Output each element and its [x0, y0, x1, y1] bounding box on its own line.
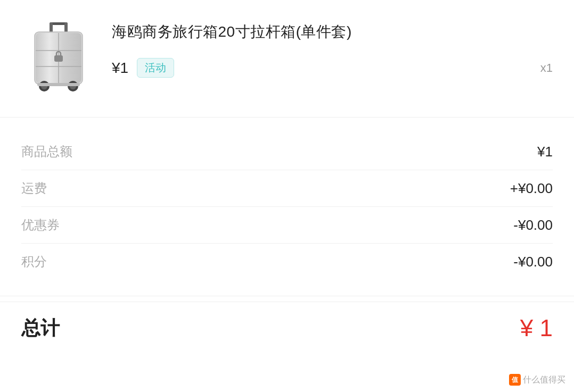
activity-badge[interactable]: 活动	[137, 58, 174, 78]
total-section: 总计 ¥ 1	[0, 302, 574, 352]
total-label: 总计	[21, 315, 60, 341]
summary-row-coupon: 优惠券 -¥0.00	[21, 207, 553, 244]
summary-section: 商品总额 ¥1 运费 +¥0.00 优惠券 -¥0.00 积分 -¥0.00	[0, 123, 574, 290]
price-left: ¥1 活动	[112, 58, 174, 78]
watermark: 值 什么值得买	[509, 374, 565, 386]
product-image	[29, 21, 88, 96]
svg-rect-2	[64, 22, 68, 33]
section-divider	[0, 117, 574, 118]
product-price: ¥1	[112, 60, 128, 77]
product-price-row: ¥1 活动 x1	[112, 58, 553, 78]
product-image-container	[21, 16, 96, 101]
points-value: -¥0.00	[513, 254, 553, 270]
watermark-text: 什么值得买	[523, 374, 565, 386]
coupon-label: 优惠券	[21, 216, 60, 233]
subtotal-label: 商品总额	[21, 143, 72, 160]
product-info: 海鸥商务旅行箱20寸拉杆箱(单件套) ¥1 活动 x1	[112, 16, 553, 78]
shipping-label: 运费	[21, 180, 47, 197]
svg-rect-14	[37, 83, 80, 86]
summary-row-subtotal: 商品总额 ¥1	[21, 134, 553, 170]
product-title: 海鸥商务旅行箱20寸拉杆箱(单件套)	[112, 21, 553, 42]
points-label: 积分	[21, 253, 47, 270]
page-container: 海鸥商务旅行箱20寸拉杆箱(单件套) ¥1 活动 x1 商品总额 ¥1 运费 +…	[0, 0, 574, 392]
subtotal-value: ¥1	[537, 144, 553, 160]
total-value: ¥ 1	[520, 315, 553, 341]
shipping-value: +¥0.00	[510, 180, 553, 197]
watermark-logo: 值	[509, 374, 521, 386]
product-section: 海鸥商务旅行箱20寸拉杆箱(单件套) ¥1 活动 x1	[0, 0, 574, 112]
coupon-value: -¥0.00	[513, 217, 553, 233]
total-divider	[0, 296, 574, 296]
product-row: 海鸥商务旅行箱20寸拉杆箱(单件套) ¥1 活动 x1	[21, 16, 553, 101]
product-quantity: x1	[540, 61, 553, 75]
svg-rect-1	[50, 22, 53, 33]
summary-row-points: 积分 -¥0.00	[21, 244, 553, 280]
summary-row-shipping: 运费 +¥0.00	[21, 170, 553, 207]
